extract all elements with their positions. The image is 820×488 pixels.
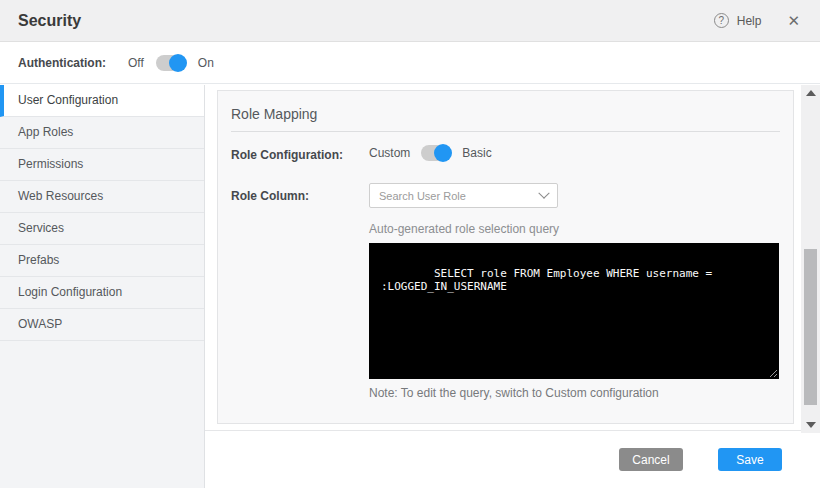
- sidebar: User Configuration App Roles Permissions…: [0, 85, 205, 488]
- auth-off-label: Off: [128, 56, 144, 70]
- divider: [231, 131, 780, 132]
- role-mapping-card: Role Mapping Role Configuration: Custom …: [217, 90, 794, 424]
- toggle-knob: [169, 54, 187, 72]
- auth-on-label: On: [198, 56, 214, 70]
- dropdown-placeholder: Search User Role: [379, 190, 466, 202]
- cancel-button[interactable]: Cancel: [619, 448, 683, 471]
- query-text: SELECT role FROM Employee WHERE username…: [381, 267, 719, 293]
- role-column-dropdown[interactable]: Search User Role: [369, 183, 558, 208]
- main-content: Role Mapping Role Configuration: Custom …: [206, 85, 820, 488]
- chevron-down-icon: [538, 187, 549, 198]
- role-column-label: Role Column:: [231, 189, 309, 203]
- sidebar-item-user-configuration[interactable]: User Configuration: [0, 85, 204, 117]
- header-actions: ? Help ✕: [714, 13, 800, 28]
- sidebar-item-prefabs[interactable]: Prefabs: [0, 245, 204, 277]
- authentication-label: Authentication:: [18, 56, 106, 70]
- sidebar-item-services[interactable]: Services: [0, 213, 204, 245]
- authentication-row: Authentication: Off On: [0, 42, 820, 84]
- close-icon[interactable]: ✕: [787, 13, 800, 28]
- basic-option-label: Basic: [462, 146, 491, 160]
- save-button[interactable]: Save: [718, 448, 782, 471]
- custom-option-label: Custom: [369, 146, 410, 160]
- sidebar-item-owasp[interactable]: OWASP: [0, 309, 204, 341]
- scrollbar-down-icon[interactable]: [806, 422, 816, 428]
- help-label[interactable]: Help: [737, 14, 762, 28]
- header: Security ? Help ✕: [0, 0, 820, 42]
- query-note: Note: To edit the query, switch to Custo…: [369, 386, 659, 400]
- security-dialog: Security ? Help ✕ Authentication: Off On…: [0, 0, 820, 488]
- query-editor[interactable]: SELECT role FROM Employee WHERE username…: [369, 243, 779, 379]
- role-mapping-title: Role Mapping: [231, 106, 317, 122]
- sidebar-item-web-resources[interactable]: Web Resources: [0, 181, 204, 213]
- footer-divider: [205, 430, 820, 431]
- help-icon[interactable]: ?: [714, 13, 729, 28]
- scrollbar-thumb[interactable]: [804, 249, 817, 405]
- scrollbar-up-icon[interactable]: [806, 90, 816, 96]
- authentication-toggle[interactable]: [156, 55, 186, 71]
- query-label: Auto-generated role selection query: [369, 222, 559, 236]
- sidebar-item-login-configuration[interactable]: Login Configuration: [0, 277, 204, 309]
- vertical-scrollbar[interactable]: [801, 85, 820, 433]
- toggle-knob: [434, 144, 452, 162]
- page-title: Security: [18, 12, 81, 30]
- sidebar-item-app-roles[interactable]: App Roles: [0, 117, 204, 149]
- role-configuration-toggle[interactable]: [421, 145, 451, 161]
- role-configuration-controls: Custom Basic: [369, 141, 492, 165]
- resize-handle-icon[interactable]: [769, 369, 778, 378]
- role-configuration-label: Role Configuration:: [231, 148, 343, 162]
- sidebar-item-permissions[interactable]: Permissions: [0, 149, 204, 181]
